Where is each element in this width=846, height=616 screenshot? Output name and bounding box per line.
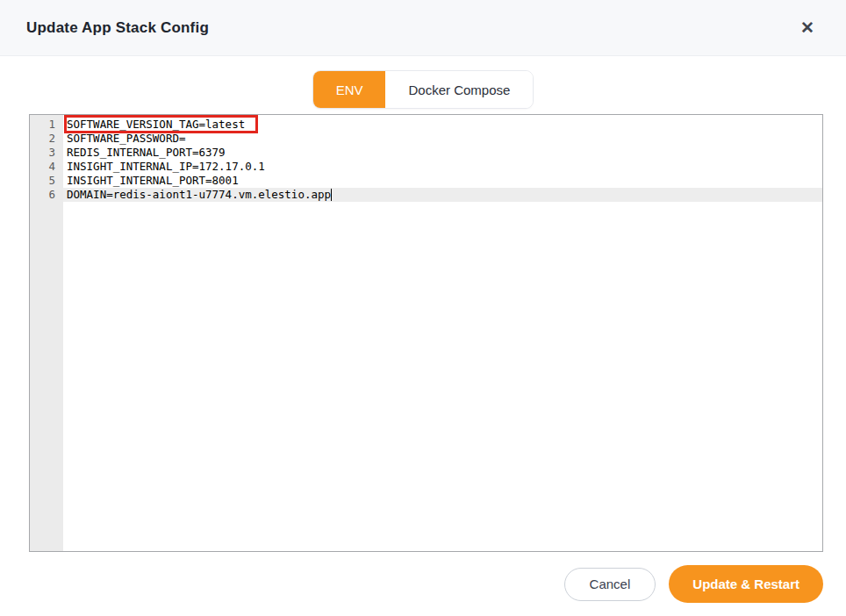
code-line[interactable]: 2 SOFTWARE_PASSWORD= [30,132,822,146]
tab-group: ENV Docker Compose [312,70,534,109]
modal-footer: Cancel Update & Restart [0,565,846,603]
line-text: SOFTWARE_VERSION_TAG=latest [63,118,822,132]
code-line[interactable]: 6 DOMAIN=redis-aiont1-u7774.vm.elestio.a… [30,188,822,202]
red-highlight-box: SOFTWARE_VERSION_TAG=latest [67,118,255,131]
line-number: 5 [30,174,63,188]
code-line[interactable]: 3 REDIS_INTERNAL_PORT=6379 [30,146,822,160]
tab-docker-compose[interactable]: Docker Compose [385,71,533,108]
line-number: 1 [30,118,63,132]
code-line[interactable]: 1 SOFTWARE_VERSION_TAG=latest [30,118,822,132]
line-number: 6 [30,188,63,202]
code-line[interactable]: 4 INSIGHT_INTERNAL_IP=172.17.0.1 [30,160,822,174]
line-text: SOFTWARE_PASSWORD= [63,132,822,146]
line-text: DOMAIN=redis-aiont1-u7774.vm.elestio.app [63,188,822,202]
close-icon[interactable]: ✕ [795,16,820,39]
line-text: INSIGHT_INTERNAL_IP=172.17.0.1 [63,160,822,174]
env-config-editor[interactable]: 1 SOFTWARE_VERSION_TAG=latest 2 SOFTWARE… [29,114,823,552]
cancel-button[interactable]: Cancel [564,568,656,601]
line-text: REDIS_INTERNAL_PORT=6379 [63,146,822,160]
tab-env[interactable]: ENV [313,71,386,108]
update-restart-button[interactable]: Update & Restart [669,565,823,603]
tab-bar: ENV Docker Compose [0,70,846,109]
line-text: INSIGHT_INTERNAL_PORT=8001 [63,174,822,188]
page-title: Update App Stack Config [26,19,209,37]
text-cursor [331,189,332,201]
line-number: 2 [30,132,63,146]
line-number: 3 [30,146,63,160]
line-number: 4 [30,160,63,174]
code-line[interactable]: 5 INSIGHT_INTERNAL_PORT=8001 [30,174,822,188]
modal-header: Update App Stack Config ✕ [0,0,846,56]
code-lines: 1 SOFTWARE_VERSION_TAG=latest 2 SOFTWARE… [30,115,822,202]
